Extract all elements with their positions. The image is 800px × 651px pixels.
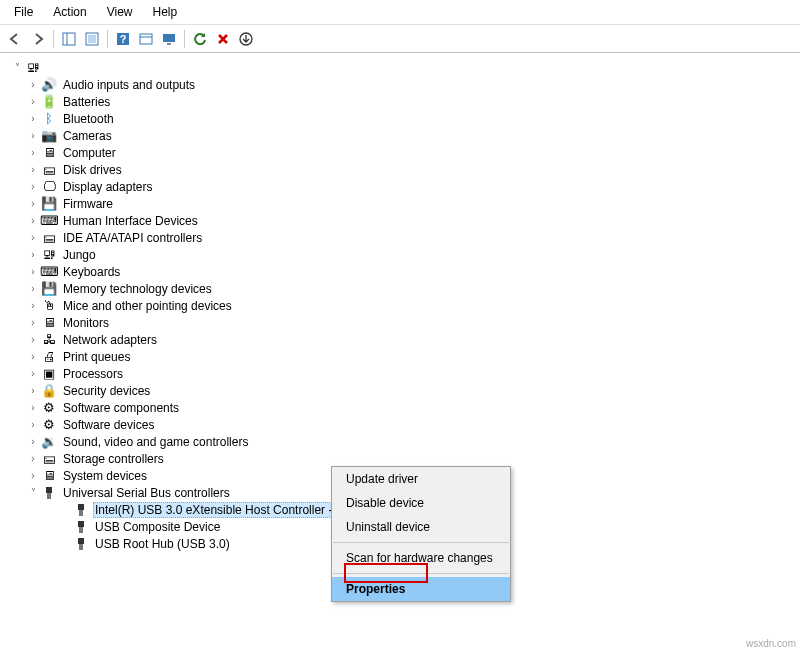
menu-file[interactable]: File bbox=[4, 2, 43, 22]
help-icon[interactable]: ? bbox=[112, 28, 134, 50]
tree-category[interactable]: ›🖱Mice and other pointing devices bbox=[10, 297, 796, 314]
menu-action[interactable]: Action bbox=[43, 2, 96, 22]
toolbar-btn-2[interactable] bbox=[81, 28, 103, 50]
tree-category[interactable]: ›▣Processors bbox=[10, 365, 796, 382]
tree-root[interactable]: ˅ 🖳 bbox=[10, 59, 796, 76]
expand-icon[interactable]: › bbox=[26, 333, 40, 347]
tree-category[interactable]: ›🖵Display adapters bbox=[10, 178, 796, 195]
expand-icon[interactable]: › bbox=[26, 435, 40, 449]
watermark: wsxdn.com bbox=[746, 638, 796, 649]
expand-icon[interactable]: › bbox=[26, 78, 40, 92]
expand-icon[interactable]: › bbox=[26, 282, 40, 296]
tree-label: Storage controllers bbox=[61, 452, 166, 466]
toolbar-btn-4[interactable] bbox=[135, 28, 157, 50]
expand-icon[interactable]: › bbox=[26, 452, 40, 466]
category-icon: ▣ bbox=[41, 366, 57, 382]
tree-label: Computer bbox=[61, 146, 118, 160]
category-icon: 📷 bbox=[41, 128, 57, 144]
expand-icon[interactable]: › bbox=[26, 350, 40, 364]
forward-icon[interactable] bbox=[27, 28, 49, 50]
svg-rect-0 bbox=[63, 33, 75, 45]
expand-icon[interactable]: ˅ bbox=[10, 61, 24, 75]
category-icon: 🔉 bbox=[41, 434, 57, 450]
expand-icon[interactable]: › bbox=[26, 401, 40, 415]
collapse-icon[interactable]: ˅ bbox=[26, 486, 40, 500]
expand-icon[interactable]: › bbox=[26, 231, 40, 245]
toolbar-separator bbox=[107, 30, 108, 48]
expand-icon[interactable]: › bbox=[26, 469, 40, 483]
tree-label: Keyboards bbox=[61, 265, 122, 279]
ctx-scan-hardware[interactable]: Scan for hardware changes bbox=[332, 546, 510, 570]
category-icon: 🔋 bbox=[41, 94, 57, 110]
category-icon: 🖵 bbox=[41, 179, 57, 195]
tree-label: USB Composite Device bbox=[93, 520, 222, 534]
tree-category[interactable]: ›🔒Security devices bbox=[10, 382, 796, 399]
expand-icon[interactable]: › bbox=[26, 112, 40, 126]
expand-icon[interactable]: › bbox=[26, 197, 40, 211]
category-icon: 🖱 bbox=[41, 298, 57, 314]
tree-category[interactable]: ›⌨Human Interface Devices bbox=[10, 212, 796, 229]
refresh-icon[interactable] bbox=[189, 28, 211, 50]
ctx-properties[interactable]: Properties bbox=[332, 577, 510, 601]
monitor-icon[interactable] bbox=[158, 28, 180, 50]
tree-category[interactable]: ›🖨Print queues bbox=[10, 348, 796, 365]
tree-label: Disk drives bbox=[61, 163, 124, 177]
tree-label: Sound, video and game controllers bbox=[61, 435, 250, 449]
tree-category[interactable]: ›🖥Monitors bbox=[10, 314, 796, 331]
expand-icon[interactable]: › bbox=[26, 129, 40, 143]
tree-category[interactable]: ›📷Cameras bbox=[10, 127, 796, 144]
expand-icon[interactable]: › bbox=[26, 146, 40, 160]
category-icon: ⚙ bbox=[41, 417, 57, 433]
tree-label: Mice and other pointing devices bbox=[61, 299, 234, 313]
toolbar-separator bbox=[184, 30, 185, 48]
category-icon: 🖥 bbox=[41, 315, 57, 331]
tree-category[interactable]: ›🖳Jungo bbox=[10, 246, 796, 263]
tree-label: Print queues bbox=[61, 350, 132, 364]
expand-icon[interactable]: › bbox=[26, 418, 40, 432]
tree-label: Security devices bbox=[61, 384, 152, 398]
tree-category[interactable]: ›ᛒBluetooth bbox=[10, 110, 796, 127]
menu-help[interactable]: Help bbox=[143, 2, 188, 22]
expand-icon[interactable]: › bbox=[26, 95, 40, 109]
expand-icon[interactable]: › bbox=[26, 248, 40, 262]
tree-category[interactable]: ›⚙Software devices bbox=[10, 416, 796, 433]
tree-category[interactable]: ›🔋Batteries bbox=[10, 93, 796, 110]
toolbar: ? bbox=[0, 25, 800, 53]
expand-icon[interactable]: › bbox=[26, 214, 40, 228]
svg-rect-11 bbox=[46, 487, 52, 493]
expand-icon[interactable]: › bbox=[26, 265, 40, 279]
tree-category[interactable]: ›🖥Computer bbox=[10, 144, 796, 161]
expand-icon[interactable]: › bbox=[26, 299, 40, 313]
download-icon[interactable] bbox=[235, 28, 257, 50]
svg-rect-14 bbox=[79, 510, 83, 516]
expand-icon[interactable]: › bbox=[26, 384, 40, 398]
tree-label: IDE ATA/ATAPI controllers bbox=[61, 231, 204, 245]
tree-category[interactable]: ›⌨Keyboards bbox=[10, 263, 796, 280]
ctx-uninstall-device[interactable]: Uninstall device bbox=[332, 515, 510, 539]
expand-icon[interactable]: › bbox=[26, 163, 40, 177]
category-icon: 🔒 bbox=[41, 383, 57, 399]
tree-category[interactable]: ›🖴Storage controllers bbox=[10, 450, 796, 467]
menu-view[interactable]: View bbox=[97, 2, 143, 22]
computer-icon: 🖳 bbox=[25, 60, 41, 76]
tree-category[interactable]: ›⚙Software components bbox=[10, 399, 796, 416]
tree-category[interactable]: ›💾Memory technology devices bbox=[10, 280, 796, 297]
show-hide-tree-icon[interactable] bbox=[58, 28, 80, 50]
tree-category[interactable]: ›💾Firmware bbox=[10, 195, 796, 212]
tree-label: Software components bbox=[61, 401, 181, 415]
expand-icon[interactable]: › bbox=[26, 180, 40, 194]
tree-label: Human Interface Devices bbox=[61, 214, 200, 228]
back-icon[interactable] bbox=[4, 28, 26, 50]
category-icon: ⌨ bbox=[41, 213, 57, 229]
ctx-disable-device[interactable]: Disable device bbox=[332, 491, 510, 515]
tree-category[interactable]: ›🖴IDE ATA/ATAPI controllers bbox=[10, 229, 796, 246]
ctx-update-driver[interactable]: Update driver bbox=[332, 467, 510, 491]
tree-category[interactable]: ›🔊Audio inputs and outputs bbox=[10, 76, 796, 93]
tree-category[interactable]: ›🔉Sound, video and game controllers bbox=[10, 433, 796, 450]
tree-label: Display adapters bbox=[61, 180, 154, 194]
expand-icon[interactable]: › bbox=[26, 367, 40, 381]
tree-category[interactable]: ›🖴Disk drives bbox=[10, 161, 796, 178]
delete-icon[interactable] bbox=[212, 28, 234, 50]
expand-icon[interactable]: › bbox=[26, 316, 40, 330]
tree-category[interactable]: ›🖧Network adapters bbox=[10, 331, 796, 348]
